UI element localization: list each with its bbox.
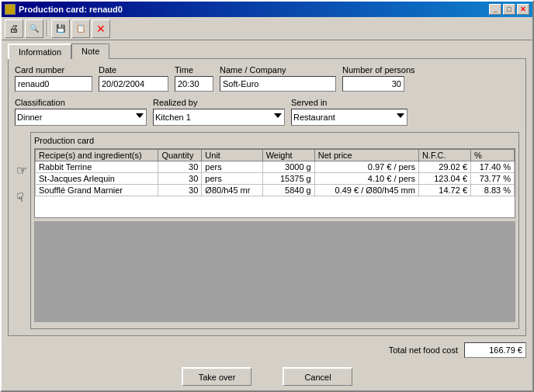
number-persons-label: Number of persons <box>342 65 415 75</box>
hand-icon: ☞ <box>16 163 27 178</box>
card-number-input[interactable] <box>15 76 92 92</box>
time-group: Time <box>175 65 213 92</box>
realized-by-label: Realized by <box>153 98 285 107</box>
row1-recipe: Rabbit Terrine <box>36 161 158 173</box>
row2-weight: 15375 g <box>262 173 314 185</box>
production-table-container: Recipe(s) and ingredient(s) Quantity Uni… <box>34 148 515 218</box>
row1-unit: pers <box>202 161 262 173</box>
production-card-title: Production card <box>34 136 515 145</box>
time-label: Time <box>175 65 213 75</box>
title-bar: Production card: renaud0 _ □ ✕ <box>2 2 532 17</box>
tab-information[interactable]: Information <box>8 43 71 59</box>
row1-weight: 3000 g <box>262 161 314 173</box>
date-label: Date <box>99 65 168 75</box>
title-bar-icon <box>5 4 16 15</box>
title-bar-text: Production card: renaud0 <box>5 4 123 15</box>
row3-percent: 8.83 % <box>471 185 515 196</box>
table-row[interactable]: Soufflé Grand Marnier 30 Ø80/h45 mr 5840… <box>36 185 515 196</box>
print-button[interactable]: 🖨 <box>5 19 23 38</box>
row3-recipe: Soufflé Grand Marnier <box>36 185 158 196</box>
delete-button[interactable]: ✕ <box>92 19 110 38</box>
content-wrapper: ☞ ☟ Production card Recipe(s) and ingred… <box>15 132 519 329</box>
tab-panel-information: Card number Date Time Name / Company Num… <box>8 58 526 336</box>
served-in-label: Served in <box>291 98 407 107</box>
form-row-1: Card number Date Time Name / Company Num… <box>15 65 519 92</box>
row1-quantity: 30 <box>158 161 202 173</box>
table-row[interactable]: Rabbit Terrine 30 pers 3000 g 0.97 € / p… <box>36 161 515 173</box>
row2-nfc: 123.04 € <box>418 173 470 185</box>
realized-by-select[interactable]: Kitchen 1 Kitchen 2 <box>153 109 285 126</box>
close-button[interactable]: ✕ <box>517 4 529 15</box>
left-icons: ☞ ☟ <box>16 163 27 205</box>
form-row-2: Classification Dinner Lunch Breakfast Re… <box>15 98 519 126</box>
row1-net-price: 0.97 € / pers <box>314 161 418 173</box>
date-group: Date <box>99 65 168 92</box>
classification-label: Classification <box>15 98 147 107</box>
col-nfc: N.F.C. <box>418 150 470 161</box>
toolbar: 🖨 🔍 💾 📋 ✕ <box>2 17 532 40</box>
pointer-icon: ☟ <box>16 190 27 205</box>
col-quantity: Quantity <box>158 150 202 161</box>
row2-unit: pers <box>202 173 262 185</box>
copy-button[interactable]: 📋 <box>71 19 90 38</box>
row3-quantity: 30 <box>158 185 202 196</box>
table-header-row: Recipe(s) and ingredient(s) Quantity Uni… <box>36 150 515 161</box>
row3-weight: 5840 g <box>262 185 314 196</box>
time-input[interactable] <box>175 76 213 92</box>
realized-by-group: Realized by Kitchen 1 Kitchen 2 <box>153 98 285 126</box>
tab-note[interactable]: Note <box>71 43 109 59</box>
maximize-button[interactable]: □ <box>503 4 515 15</box>
tabs: Information Note <box>8 43 526 59</box>
row3-net-price: 0.49 € / Ø80/h45 mm <box>314 185 418 196</box>
name-company-input[interactable] <box>220 76 336 92</box>
title-bar-buttons: _ □ ✕ <box>489 4 529 15</box>
total-value-text: 166.79 € <box>489 345 522 355</box>
row3-nfc: 14.72 € <box>418 185 470 196</box>
col-net-price: Net price <box>314 150 418 161</box>
card-number-label: Card number <box>15 65 92 75</box>
card-number-group: Card number <box>15 65 92 92</box>
row2-net-price: 4.10 € / pers <box>314 173 418 185</box>
search-button[interactable]: 🔍 <box>25 19 43 38</box>
row1-nfc: 29.02 € <box>418 161 470 173</box>
col-percent: % <box>471 150 515 161</box>
date-input[interactable] <box>99 76 168 92</box>
row2-percent: 73.77 % <box>471 173 515 185</box>
classification-group: Classification Dinner Lunch Breakfast <box>15 98 147 126</box>
empty-area <box>34 221 515 322</box>
main-window: Production card: renaud0 _ □ ✕ 🖨 🔍 💾 📋 ✕… <box>0 0 534 392</box>
col-recipe: Recipe(s) and ingredient(s) <box>36 150 158 161</box>
col-weight: Weight <box>262 150 314 161</box>
content-area: Information Note Card number Date Time <box>2 40 532 339</box>
buttons-row: Take over Cancel <box>2 367 532 386</box>
window-title: Production card: renaud0 <box>19 5 123 14</box>
row1-percent: 17.40 % <box>471 161 515 173</box>
name-company-group: Name / Company <box>220 65 336 92</box>
toolbar-separator-1 <box>47 21 48 36</box>
production-area: ☞ ☟ Production card Recipe(s) and ingred… <box>15 132 519 329</box>
production-table: Recipe(s) and ingredient(s) Quantity Uni… <box>35 149 515 196</box>
minimize-button[interactable]: _ <box>489 4 501 15</box>
total-label: Total net food cost <box>389 345 458 355</box>
save-button[interactable]: 💾 <box>51 19 70 38</box>
take-over-button[interactable]: Take over <box>182 367 251 386</box>
table-row[interactable]: St-Jacques Arlequin 30 pers 15375 g 4.10… <box>36 173 515 185</box>
production-card-box: Production card Recipe(s) and ingredient… <box>30 132 519 329</box>
total-row: Total net food cost 166.79 € <box>2 339 532 361</box>
cancel-button[interactable]: Cancel <box>283 367 352 386</box>
classification-select[interactable]: Dinner Lunch Breakfast <box>15 109 147 126</box>
number-persons-input[interactable] <box>342 76 404 92</box>
total-value: 166.79 € <box>464 342 526 358</box>
row3-unit: Ø80/h45 mr <box>202 185 262 196</box>
col-unit: Unit <box>202 150 262 161</box>
name-company-label: Name / Company <box>220 65 336 75</box>
served-in-select[interactable]: Restaurant Room Service Bar <box>291 109 407 126</box>
number-persons-group: Number of persons <box>342 65 415 92</box>
row2-recipe: St-Jacques Arlequin <box>36 173 158 185</box>
served-in-group: Served in Restaurant Room Service Bar <box>291 98 407 126</box>
row2-quantity: 30 <box>158 173 202 185</box>
